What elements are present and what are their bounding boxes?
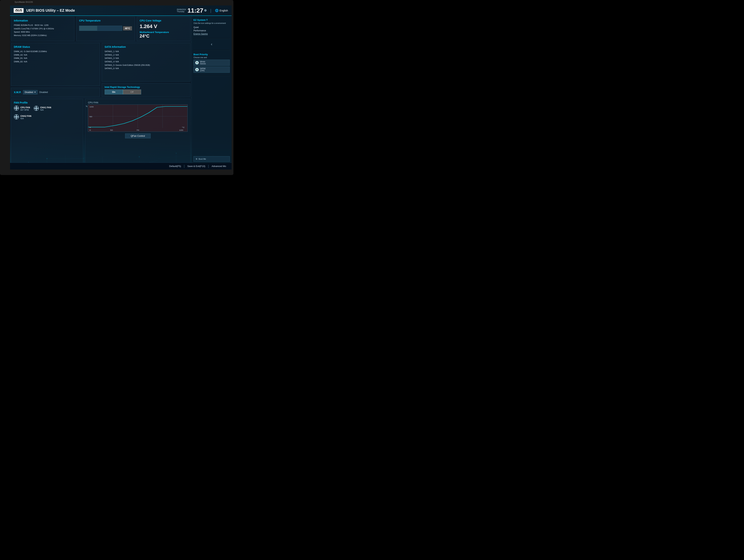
sata-title: SATA Information xyxy=(105,45,188,48)
sata-section: SATA Information SATA6G_1: N/A SATA6G_2:… xyxy=(102,43,191,81)
boot-item-1[interactable]: 💿 Windo Geonix xyxy=(193,59,230,66)
ez-system-section: EZ System T Click the icon settings for … xyxy=(193,18,230,36)
header-divider: | xyxy=(210,8,211,13)
svg-text:0: 0 xyxy=(89,129,91,131)
cpu-fan-rpm: 847 RPM xyxy=(21,109,30,111)
ez-energy-saving-option[interactable]: Energy Saving xyxy=(193,32,230,36)
mobo-temp-title: Motherboard Temperature xyxy=(140,31,188,34)
asus-logo: /SUS xyxy=(14,8,24,13)
irst-on-button[interactable]: On xyxy=(105,89,123,94)
language-selector[interactable]: 🌐 English xyxy=(215,9,228,12)
globe-icon: 🌐 xyxy=(215,9,219,12)
ez-system-title: EZ System T xyxy=(193,18,230,21)
boot-item-2-text: SATA6 (2441 xyxy=(200,68,206,72)
ez-quiet-option[interactable]: Quiet xyxy=(193,26,230,29)
monitor-model-label: SyncMaster BX2235 xyxy=(14,1,33,3)
information-section: Information PRIME B250M-PLUS BIOS Ver. 1… xyxy=(11,17,74,41)
info-content: PRIME B250M-PLUS BIOS Ver. 1205 Intel(R)… xyxy=(14,24,72,37)
boot-item-1-text: Windo Geonix xyxy=(200,61,206,65)
chart-y-label: % xyxy=(86,105,87,107)
sidebar-collapse-button[interactable]: ‹ xyxy=(193,41,230,47)
cpu-temp-value: 40°C xyxy=(123,26,132,31)
qfan-control-button[interactable]: QFan Control xyxy=(125,133,151,138)
irst-section: Intel Rapid Storage Technology On Off xyxy=(102,83,191,97)
time-display: 11:27 ⚙ xyxy=(187,7,207,14)
svg-text:°C: °C xyxy=(182,126,185,128)
snowflake-icon: ✳ xyxy=(195,158,198,160)
boot-priority-title: Boot Priority xyxy=(193,53,230,56)
cha2-fan-name: CHA2 FAN xyxy=(21,115,31,117)
cpu-temp-section: CPU Temperature 40°C xyxy=(76,17,135,41)
info-title: Information xyxy=(14,19,72,22)
bios-title: UEFI BIOS Utility – EZ Mode xyxy=(26,8,174,12)
save-exit-button[interactable]: Save & Exit(F10) xyxy=(186,164,207,168)
fan-profile-title: FAN Profile xyxy=(14,101,80,104)
bios-screen: /SUS UEFI BIOS Utility – EZ Mode 05/09/2… xyxy=(10,5,232,169)
advanced-mode-button[interactable]: Advanced Mo xyxy=(210,164,228,168)
irst-title: Intel Rapid Storage Technology xyxy=(105,86,188,88)
svg-point-33 xyxy=(14,116,16,118)
voltage-value: 1.264 V xyxy=(140,24,188,29)
irst-off-button[interactable]: Off xyxy=(123,89,141,94)
sata-content: SATA6G_1: N/A SATA6G_2: N/A SATA6G_3: N/… xyxy=(105,50,188,70)
cha2-fan-rpm: N/A xyxy=(21,117,31,120)
cpu-fan-item: CPU FAN 847 RPM xyxy=(14,106,30,112)
mobo-temp-value: 24°C xyxy=(140,34,188,39)
boot-item-2[interactable]: 💿 SATA6 (2441 xyxy=(193,67,230,73)
boot-menu-button[interactable]: ✳ Boot Me xyxy=(193,156,230,162)
svg-text:100: 100 xyxy=(179,129,183,131)
day-display: Thursday xyxy=(177,10,186,12)
right-sidebar: EZ System T Click the icon settings for … xyxy=(191,16,232,164)
ez-system-desc: Click the icon settings for a environmen… xyxy=(193,22,230,25)
cpu-fan-chart-section: CPU FAN % xyxy=(85,99,191,163)
footer-divider-2: | xyxy=(208,164,209,168)
cha1-fan-rpm: N/A xyxy=(40,109,51,111)
svg-text:50: 50 xyxy=(89,116,92,117)
svg-point-27 xyxy=(34,108,36,109)
boot-menu-label: Boot Me xyxy=(198,158,206,160)
voltage-section: CPU Core Voltage 1.264 V Motherboard Tem… xyxy=(137,17,191,41)
svg-text:70: 70 xyxy=(137,129,139,131)
xmp-title: X.M.P. xyxy=(14,91,21,94)
dram-section: DRAM Status DIMM_A1: G-Skill 8192MB 2133… xyxy=(11,43,100,86)
monitor-bezel: SyncMaster BX2235 xyxy=(0,0,233,175)
cpu-fan-name: CPU FAN xyxy=(21,106,30,109)
svg-point-21 xyxy=(14,107,16,109)
fan-curve-chart: 100 50 0 0 50 70 100 °C xyxy=(88,105,188,132)
cpu-fan-chart-title: CPU FAN xyxy=(88,101,188,104)
header: /SUS UEFI BIOS Utility – EZ Mode 05/09/2… xyxy=(10,5,232,16)
cpu-temp-title: CPU Temperature xyxy=(79,19,132,22)
voltage-title: CPU Core Voltage xyxy=(140,19,188,22)
cha1-fan-name: CHA1 FAN xyxy=(40,106,51,109)
settings-gear-icon[interactable]: ⚙ xyxy=(204,9,207,12)
fan-profile-section: FAN Profile xyxy=(11,99,83,163)
svg-text:100: 100 xyxy=(89,106,94,108)
datetime-block: 05/09/2024 Thursday 11:27 ⚙ xyxy=(177,7,207,14)
cha2-fan-icon xyxy=(14,114,19,120)
cha1-fan-item: CHA1 FAN N/A xyxy=(34,106,51,112)
default-button[interactable]: Default(F5) xyxy=(168,164,183,168)
xmp-description: Disabled xyxy=(39,91,48,93)
xmp-section: X.M.P. Disabled ▼ Disabled xyxy=(11,88,100,97)
boot-item-1-disk-icon: 💿 xyxy=(195,61,199,65)
dram-title: DRAM Status xyxy=(14,45,97,48)
boot-priority-section: Boot Priority Choose one and 💿 Windo Geo… xyxy=(193,53,230,73)
date-display: 05/09/2024 xyxy=(177,8,186,10)
svg-text:0: 0 xyxy=(89,126,91,128)
xmp-dropdown-arrow-icon: ▼ xyxy=(34,91,36,93)
svg-text:50: 50 xyxy=(110,129,113,131)
footer-divider-1: | xyxy=(184,164,185,168)
cha1-fan-icon xyxy=(34,106,39,112)
ez-performance-option[interactable]: Performance xyxy=(193,29,230,32)
boot-item-2-disk-icon: 💿 xyxy=(195,68,199,72)
xmp-dropdown[interactable]: Disabled ▼ xyxy=(23,90,38,94)
boot-priority-desc: Choose one and xyxy=(193,56,230,58)
dram-content: DIMM_A1: G-Skill 8192MB 2133MHz DIMM_A2:… xyxy=(14,50,97,64)
cha2-fan-item: CHA2 FAN N/A xyxy=(14,114,80,120)
cpu-fan-icon xyxy=(14,106,19,112)
